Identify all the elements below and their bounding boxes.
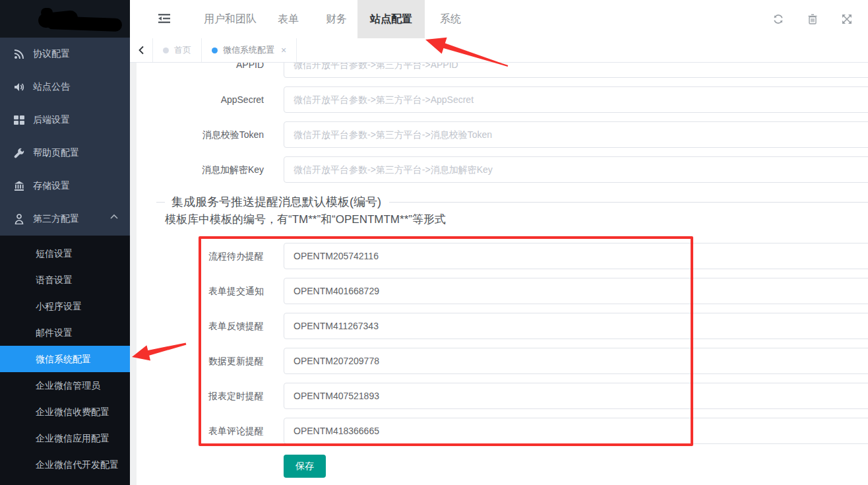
sidebar-item-sms-settings[interactable]: 短信设置: [0, 240, 130, 267]
form-feedback-label: 表单反馈提醒: [137, 313, 264, 339]
sidebar-item-voice-settings[interactable]: 语音设置: [0, 267, 130, 293]
sidebar-item-protocol-config[interactable]: 协议配置: [0, 38, 130, 71]
report-timer-input[interactable]: [284, 383, 868, 409]
form-row-msg-token: 消息校验Token: [137, 121, 868, 148]
divider-line: [156, 202, 165, 203]
tab-label: 首页: [174, 44, 191, 56]
message-token-input[interactable]: [284, 121, 868, 148]
sidebar-item-wecom-devproxy-config[interactable]: 企业微信代开发配置: [0, 451, 130, 478]
nav-item-users-teams[interactable]: 用户和团队: [199, 0, 262, 38]
sidebar-item-backend-settings[interactable]: 后端设置: [0, 104, 130, 137]
sidebar-item-label: 帮助页配置: [33, 147, 79, 159]
flow-todo-input[interactable]: [284, 243, 868, 269]
appsecret-label: AppSecret: [137, 86, 264, 113]
tab-status-dot: [212, 48, 218, 53]
sidebar-item-miniprogram-settings[interactable]: 小程序设置: [0, 293, 130, 319]
form-row-report-timer: 报表定时提醒: [137, 383, 868, 409]
tabs-scroll-left-button[interactable]: [130, 38, 152, 62]
tab-label: 微信系统配置: [223, 44, 274, 56]
chevron-left-icon: [138, 46, 144, 55]
rss-icon: [14, 49, 24, 59]
section-divider: 集成服务号推送提醒消息默认模板(编号): [156, 195, 868, 209]
data-update-label: 数据更新提醒: [137, 348, 264, 374]
sidebar-item-label: 后端设置: [33, 114, 70, 126]
appid-label: APPID: [137, 63, 264, 78]
message-key-label: 消息加解密Key: [137, 156, 264, 183]
close-tab-icon[interactable]: ×: [281, 45, 286, 55]
tab-status-dot: [163, 48, 169, 53]
form-row-appsecret: AppSecret: [137, 86, 868, 113]
form-row-flow-todo: 流程待办提醒: [137, 243, 868, 269]
save-button[interactable]: 保存: [284, 455, 326, 478]
form-row-data-update: 数据更新提醒: [137, 348, 868, 374]
divider-line: [389, 202, 868, 203]
content-scrollbar[interactable]: [130, 63, 137, 485]
data-update-input[interactable]: [284, 348, 868, 374]
form-feedback-input[interactable]: [284, 313, 868, 339]
section-subtitle: 模板库中模板的编号，有“TM**”和“OPENTMTM**”等形式: [165, 212, 446, 227]
sidebar-item-site-announcement[interactable]: 站点公告: [0, 71, 130, 104]
announcement-icon: [14, 82, 24, 92]
message-token-label: 消息校验Token: [137, 121, 264, 148]
message-key-input[interactable]: [284, 156, 868, 183]
form-row-msg-key: 消息加解密Key: [137, 156, 868, 183]
sidebar-item-label: 协议配置: [33, 48, 70, 60]
nav-item-site-config[interactable]: 站点配置: [357, 0, 425, 38]
sidebar-item-label: 第三方配置: [33, 213, 79, 225]
sidebar-item-label: 站点公告: [33, 81, 70, 93]
third-party-submenu: 短信设置 语音设置 小程序设置 邮件设置 微信系统配置 企业微信管理员 企业微信…: [0, 236, 130, 485]
tab-wechat-system-config[interactable]: 微信系统配置 ×: [201, 38, 297, 62]
grid-icon: [14, 115, 24, 125]
sidebar: 协议配置 站点公告 后端设置: [0, 0, 130, 485]
refresh-icon[interactable]: [773, 14, 784, 24]
logo-scribble: [46, 16, 123, 32]
logo-bar: [0, 0, 130, 38]
bank-icon: [14, 181, 24, 191]
user-icon: [14, 214, 24, 224]
sidebar-item-storage-settings[interactable]: 存储设置: [0, 170, 130, 203]
sidebar-item-wecom-admin[interactable]: 企业微信管理员: [0, 372, 130, 399]
nav-item-forms[interactable]: 表单: [275, 0, 301, 38]
collapse-menu-icon[interactable]: [158, 13, 170, 24]
tab-bar: 首页 微信系统配置 ×: [130, 38, 868, 63]
appid-input[interactable]: [284, 63, 868, 78]
sidebar-item-third-party-config[interactable]: 第三方配置: [0, 203, 130, 236]
sidebar-item-wecom-app-config[interactable]: 企业微信应用配置: [0, 425, 130, 451]
sidebar-item-wechat-system-config[interactable]: 微信系统配置: [0, 346, 130, 372]
form-comment-label: 表单评论提醒: [137, 418, 264, 444]
logo-scribble: [41, 8, 53, 17]
sidebar-item-mail-settings[interactable]: 邮件设置: [0, 319, 130, 346]
form-comment-input[interactable]: [284, 418, 868, 444]
form-row-form-comment: 表单评论提醒: [137, 418, 868, 444]
chevron-up-icon: [110, 214, 118, 219]
sidebar-item-label: 存储设置: [33, 180, 70, 192]
form-submit-label: 表单提交通知: [137, 278, 264, 304]
form-row-form-feedback: 表单反馈提醒: [137, 313, 868, 339]
wrench-icon: [14, 148, 24, 158]
fullscreen-icon[interactable]: [842, 14, 852, 24]
sidebar-item-wecom-billing-config[interactable]: 企业微信收费配置: [0, 399, 130, 425]
form-submit-input[interactable]: [284, 278, 868, 304]
trash-icon[interactable]: [807, 14, 818, 24]
form-row-appid: APPID: [137, 63, 868, 78]
top-navbar: 用户和团队 表单 财务 站点配置 系统: [130, 0, 868, 38]
report-timer-label: 报表定时提醒: [137, 383, 264, 409]
appsecret-input[interactable]: [284, 86, 868, 113]
nav-item-finance[interactable]: 财务: [323, 0, 350, 38]
nav-item-system[interactable]: 系统: [437, 0, 464, 38]
section-title: 集成服务号推送提醒消息默认模板(编号): [171, 194, 381, 210]
flow-todo-label: 流程待办提醒: [137, 243, 264, 269]
tab-home[interactable]: 首页: [152, 38, 201, 62]
wechat-config-form: APPID AppSecret 消息校验Token 消息加解密Key 集成服务号…: [137, 63, 868, 485]
sidebar-item-help-page-config[interactable]: 帮助页配置: [0, 137, 130, 170]
sidebar-menu: 协议配置 站点公告 后端设置: [0, 38, 130, 485]
form-row-form-submit: 表单提交通知: [137, 278, 868, 304]
admin-app: 协议配置 站点公告 后端设置: [0, 0, 868, 485]
